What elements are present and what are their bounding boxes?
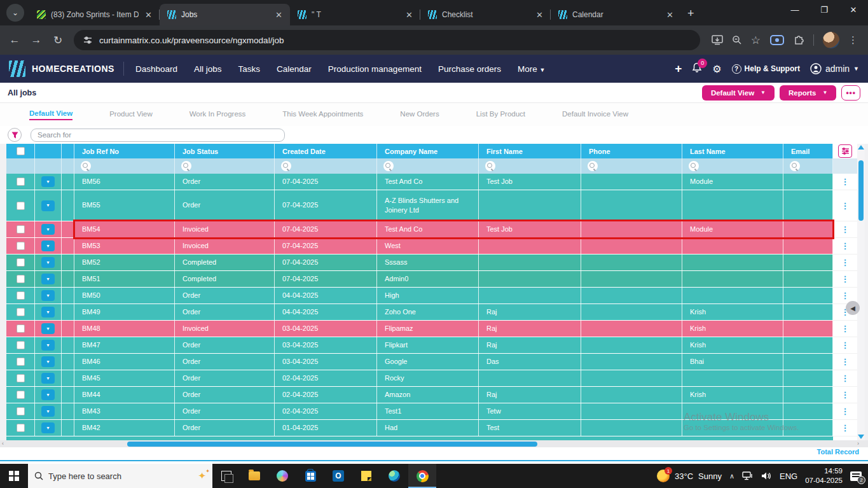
- row-checkbox[interactable]: [17, 242, 25, 250]
- view-tab-default-invoice[interactable]: Default Invoice View: [562, 110, 628, 120]
- address-bar[interactable]: curtainmatrix.co.uk/praveensource/ngxmod…: [74, 30, 700, 50]
- row-checkbox[interactable]: [17, 308, 25, 316]
- horizontal-scrollbar[interactable]: ‹ ›: [0, 440, 868, 447]
- back-button[interactable]: ←: [5, 31, 24, 50]
- row-actions-button[interactable]: ⋮: [833, 387, 857, 403]
- row-actions-button[interactable]: ⋮: [833, 403, 857, 420]
- column-header-phone[interactable]: Phone: [581, 144, 682, 158]
- network-icon[interactable]: [742, 471, 754, 480]
- column-header-created-date[interactable]: Created Date: [275, 144, 377, 158]
- row-expand-button[interactable]: ▼: [41, 200, 55, 211]
- row-expand-button[interactable]: ▼: [41, 340, 55, 351]
- table-row[interactable]: ▼ BM55 Order 07-04-2025 A-Z Blinds Shutt…: [6, 190, 833, 221]
- row-checkbox[interactable]: [17, 391, 25, 399]
- filter-button[interactable]: [8, 128, 22, 142]
- table-row[interactable]: ▼ BM54 Invoiced 07-04-2025 Test And Co T…: [6, 221, 833, 238]
- view-tab-default[interactable]: Default View: [29, 109, 72, 120]
- notes-button[interactable]: [352, 464, 380, 488]
- edge-button[interactable]: [380, 464, 408, 488]
- row-actions-button[interactable]: ⋮: [833, 190, 857, 221]
- scroll-right-arrow[interactable]: ›: [857, 440, 859, 447]
- row-checkbox[interactable]: [17, 341, 25, 349]
- column-search-icon[interactable]: [81, 161, 91, 171]
- column-search-icon[interactable]: [383, 161, 394, 171]
- row-checkbox[interactable]: [17, 291, 25, 300]
- select-all-checkbox[interactable]: [17, 147, 25, 155]
- copilot-button[interactable]: [268, 464, 296, 488]
- help-support-link[interactable]: ? Help & Support: [732, 64, 800, 74]
- nav-item-dashboard[interactable]: Dashboard: [135, 64, 177, 74]
- tab-close-icon[interactable]: ✕: [665, 10, 675, 20]
- row-checkbox[interactable]: [17, 202, 25, 210]
- scroll-left-arrow[interactable]: ‹: [2, 440, 4, 447]
- table-row[interactable]: ▼ BM50 Order 04-04-2025 High: [6, 288, 833, 304]
- browser-tab-t[interactable]: " T ✕: [290, 4, 420, 25]
- row-actions-button[interactable]: ⋮: [833, 271, 857, 288]
- row-checkbox[interactable]: [17, 424, 25, 432]
- reload-button[interactable]: ↻: [48, 31, 67, 50]
- row-actions-button[interactable]: ⋮: [833, 321, 857, 337]
- table-row[interactable]: ▼ BM48 Invoiced 03-04-2025 Flipamaz Raj …: [6, 321, 833, 337]
- row-expand-button[interactable]: ▼: [41, 176, 55, 187]
- volume-icon[interactable]: [761, 471, 772, 480]
- table-row[interactable]: ▼ BM47 Order 03-04-2025 Flipkart Raj Kri…: [6, 337, 833, 354]
- horizontal-scrollbar-thumb[interactable]: [127, 442, 537, 447]
- table-row[interactable]: ▼ BM52 Completed 07-04-2025 Sssass: [6, 254, 833, 271]
- start-button[interactable]: [0, 464, 28, 488]
- window-minimize-button[interactable]: —: [780, 0, 809, 19]
- column-search-icon[interactable]: [588, 161, 598, 171]
- row-expand-button[interactable]: ▼: [41, 290, 55, 301]
- extensions-icon[interactable]: [794, 35, 804, 46]
- nav-item-production[interactable]: Production management: [328, 64, 422, 74]
- view-tab-product[interactable]: Product View: [109, 110, 153, 120]
- vertical-scrollbar[interactable]: [857, 144, 865, 440]
- row-expand-button[interactable]: ▼: [41, 323, 55, 334]
- row-expand-button[interactable]: ▼: [41, 224, 55, 235]
- collapse-panel-button[interactable]: ◀: [846, 301, 860, 315]
- nav-item-purchase-orders[interactable]: Purchase orders: [438, 64, 501, 74]
- picture-in-picture-icon[interactable]: [769, 34, 785, 46]
- add-icon[interactable]: +: [675, 62, 682, 76]
- row-actions-button[interactable]: ⋮: [833, 174, 857, 190]
- tab-search-button[interactable]: ⌄: [6, 4, 24, 22]
- tab-close-icon[interactable]: ✕: [535, 10, 544, 20]
- row-actions-button[interactable]: ⋮: [833, 420, 857, 436]
- row-expand-button[interactable]: ▼: [41, 356, 55, 367]
- view-tab-list-by-product[interactable]: List By Product: [476, 110, 525, 120]
- taskbar-clock[interactable]: 14:59 07-04-2025: [805, 466, 843, 485]
- table-row[interactable]: ▼ BM53 Invoiced 07-04-2025 West: [6, 238, 833, 254]
- table-row[interactable]: ▼ BM56 Order 07-04-2025 Test And Co Test…: [6, 174, 833, 190]
- row-checkbox[interactable]: [17, 225, 25, 234]
- row-expand-button[interactable]: ▼: [41, 389, 55, 400]
- language-indicator[interactable]: ENG: [780, 471, 797, 481]
- row-checkbox[interactable]: [17, 374, 25, 382]
- row-checkbox[interactable]: [17, 324, 25, 333]
- column-settings-button[interactable]: [838, 144, 852, 158]
- row-expand-button[interactable]: ▼: [41, 373, 55, 384]
- view-tab-wip[interactable]: Work In Progress: [189, 110, 246, 120]
- bookmark-star-icon[interactable]: ☆: [751, 34, 761, 47]
- zoom-icon[interactable]: [732, 35, 742, 45]
- microsoft-store-button[interactable]: [296, 464, 324, 488]
- browser-tab-jobs[interactable]: Jobs ✕: [160, 4, 290, 25]
- row-checkbox[interactable]: [17, 178, 25, 186]
- nav-item-more[interactable]: More ▼: [518, 64, 545, 74]
- forward-button[interactable]: →: [27, 31, 46, 50]
- table-row[interactable]: ▼ BM45 Order 02-04-2025 Rocky: [6, 370, 833, 387]
- notifications-button[interactable]: 0: [692, 62, 702, 76]
- chrome-button[interactable]: [408, 464, 436, 488]
- scroll-up-arrow[interactable]: [858, 145, 864, 150]
- column-header-job-status[interactable]: Job Status: [175, 144, 275, 158]
- new-tab-button[interactable]: +: [687, 7, 694, 20]
- site-info-icon[interactable]: [83, 35, 93, 45]
- row-expand-button[interactable]: ▼: [41, 257, 55, 268]
- more-options-button[interactable]: •••: [841, 85, 860, 101]
- vertical-scrollbar-thumb[interactable]: [858, 160, 864, 221]
- row-actions-button[interactable]: ⋮: [833, 238, 857, 254]
- weather-widget[interactable]: 1 33°C Sunny: [657, 470, 722, 482]
- table-row[interactable]: ▼ BM44 Order 02-04-2025 Amazon Raj Krish: [6, 387, 833, 403]
- column-header-job-ref[interactable]: Job Ref No: [74, 144, 175, 158]
- row-expand-button[interactable]: ▼: [41, 307, 55, 317]
- task-view-button[interactable]: [212, 464, 240, 488]
- column-header-email[interactable]: Email: [783, 144, 833, 158]
